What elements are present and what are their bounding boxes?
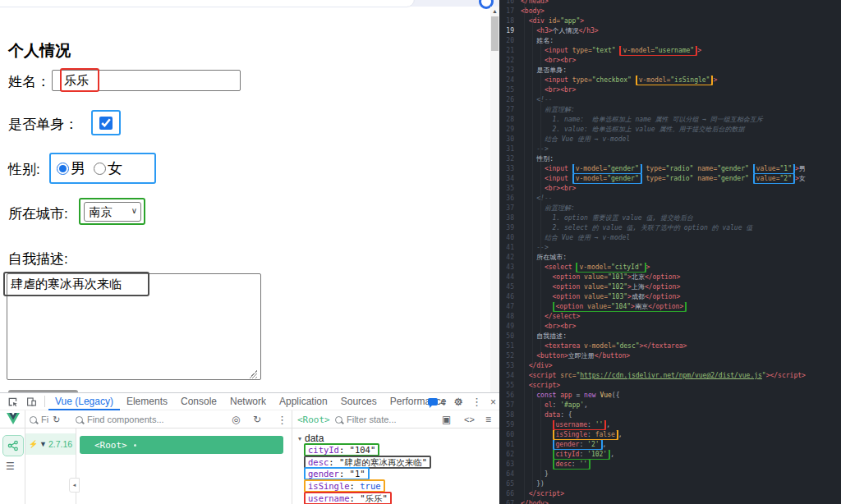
scrollbar-up-icon[interactable]: ▲ xyxy=(492,8,498,14)
state-entry[interactable]: desc: "肆虐的寒冰再次来临" xyxy=(304,456,431,469)
code-line[interactable]: 60 isSingle: false, xyxy=(499,430,841,440)
code-line[interactable]: 43 <select v-model="cityId"> xyxy=(499,263,841,273)
filter-state-input[interactable]: Filter state... xyxy=(335,410,397,428)
code-line[interactable]: 33 <input v-model="gender" type="radio" … xyxy=(499,164,841,174)
code-line[interactable]: 64 } xyxy=(499,470,841,479)
state-data-section[interactable]: ▾ data xyxy=(298,433,324,444)
screenshot-icon[interactable]: ▣ xyxy=(442,410,451,428)
code-line[interactable]: 51 <textarea v-model="desc"></textarea> xyxy=(499,341,841,351)
code-line[interactable]: 59 username: '', xyxy=(499,420,841,430)
code-line[interactable]: 66 </script> xyxy=(499,489,841,499)
inspect-dom-icon[interactable]: <> xyxy=(464,410,475,428)
code-line[interactable]: 26 <!-- xyxy=(499,95,841,105)
devtools-tab[interactable]: Sources xyxy=(334,393,384,410)
code-line[interactable]: 62 cityId: '102', xyxy=(499,450,841,460)
code-line[interactable]: 31 --> xyxy=(499,144,841,154)
devtools-tab[interactable]: Application xyxy=(273,393,334,410)
app-selector-row[interactable]: ⚡ ▼ 2.7.16 xyxy=(25,433,76,455)
code-line[interactable]: 54 <script src="https://cdn.jsdelivr.net… xyxy=(499,371,841,381)
code-line[interactable]: 20 姓名: xyxy=(499,36,841,46)
code-line[interactable]: 61 gender: '2', xyxy=(499,440,841,450)
omnibox-partial[interactable] xyxy=(0,0,415,7)
inspect-element-icon[interactable] xyxy=(6,395,19,408)
gender-female-label[interactable]: 女 xyxy=(108,158,122,178)
page-scrollbar[interactable]: ▲ xyxy=(490,7,499,392)
code-line[interactable]: 17<body> xyxy=(499,7,841,16)
code-line[interactable]: 47 <option value="104">南京</option> xyxy=(499,302,841,312)
devtools-tab[interactable]: Console xyxy=(174,393,223,410)
code-line[interactable]: 52 <button>立即注册</button> xyxy=(499,351,841,361)
code-line[interactable]: 46 <option value="103">成都</option> xyxy=(499,292,841,302)
app-search[interactable]: Fi ↻ xyxy=(30,410,60,428)
root-crumb[interactable]: <Root> xyxy=(297,415,330,425)
code-line[interactable]: 53 </div> xyxy=(499,361,841,371)
collapse-pane-icon[interactable]: ◂ xyxy=(69,478,80,493)
code-line[interactable]: 41 --> xyxy=(499,243,841,253)
code-line[interactable]: 24 <input type="checkbox" v-model="isSin… xyxy=(499,76,841,85)
component-tree-root[interactable]: <Root> xyxy=(80,436,283,454)
code-line[interactable]: 30 结合 Vue 使用 → v-model xyxy=(499,135,841,144)
issues-badge[interactable]: 4 xyxy=(428,397,445,407)
code-line[interactable]: 67</body> xyxy=(499,499,841,504)
code-line[interactable]: 34 <input v-model="gender" type="radio" … xyxy=(499,174,841,184)
city-select[interactable]: 南京 xyxy=(84,202,141,222)
code-line[interactable]: 23 是否单身: xyxy=(499,66,841,76)
code-line[interactable]: 27 前置理解: xyxy=(499,105,841,115)
annotation-box-code: v-model="isSingle" xyxy=(636,76,714,85)
dock-side-icon[interactable]: ≡ xyxy=(485,410,491,428)
scrollbar-thumb[interactable] xyxy=(491,16,499,51)
code-line[interactable]: 37 前置理解: xyxy=(499,204,841,213)
code-line[interactable]: 42 所在城市: xyxy=(499,253,841,263)
code-line[interactable]: 39 2. select 的 value 值, 关联了选中的 option 的 … xyxy=(499,223,841,233)
code-line[interactable]: 56 const app = new Vue({ xyxy=(499,391,841,401)
code-line[interactable]: 28 1. name: 给单选框加上 name 属性 可以分组 → 同一组互相会… xyxy=(499,115,841,125)
code-line[interactable]: 48 </select> xyxy=(499,312,841,322)
code-line[interactable]: 58 data: { xyxy=(499,410,841,420)
code-line[interactable]: 50 自我描述: xyxy=(499,332,841,341)
state-entry[interactable]: cityId: "104" xyxy=(304,444,431,456)
code-line[interactable]: 49 <br><br> xyxy=(499,322,841,332)
devtools-tab[interactable]: Network xyxy=(223,393,273,410)
code-editor-pane[interactable]: 16</head>17<body>18 <div id="app">19 <h3… xyxy=(499,0,841,504)
gender-male-label[interactable]: 男 xyxy=(71,158,85,178)
gender-radio-male[interactable] xyxy=(57,163,69,175)
code-line[interactable]: 57 el: '#app', xyxy=(499,401,841,410)
code-line[interactable]: 16</head> xyxy=(499,0,841,7)
code-line[interactable]: 25 <br><br> xyxy=(499,85,841,95)
state-entry[interactable]: gender: "1" xyxy=(304,468,431,480)
state-entry[interactable]: isSingle: true xyxy=(304,480,431,493)
tree-kebab-icon[interactable]: ⋮ xyxy=(277,410,287,428)
state-entry[interactable]: username: "乐乐" xyxy=(304,492,431,504)
kebab-menu-icon[interactable]: ⋮ xyxy=(471,396,482,407)
textarea-resize-handle[interactable] xyxy=(249,370,257,378)
code-line[interactable]: 55 <script> xyxy=(499,381,841,391)
code-line[interactable]: 36 <!-- xyxy=(499,194,841,204)
code-line[interactable]: 18 <div id="app"> xyxy=(499,16,841,26)
code-line[interactable]: 21 <input type="text" v-model="username"… xyxy=(499,46,841,56)
code-line[interactable]: 63 desc: '' xyxy=(499,460,841,470)
code-line[interactable]: 19 <h3>个人情况</h3> xyxy=(499,26,841,36)
code-line[interactable]: 35 <br><br> xyxy=(499,184,841,194)
code-line[interactable]: 22 <br><br> xyxy=(499,56,841,66)
devtools-tab[interactable]: Elements xyxy=(120,393,174,410)
timeline-tab-icon[interactable]: ☰ xyxy=(6,460,15,472)
code-line[interactable]: 65 }) xyxy=(499,479,841,489)
devtools-tab[interactable]: Vue (Legacy) xyxy=(48,393,120,410)
code-line[interactable]: 29 2. value: 给单选框加上 value 属性。用于提交给后台的数据 xyxy=(499,125,841,135)
refresh-icon[interactable]: ↻ xyxy=(253,410,261,428)
refresh-apps-icon[interactable]: ↻ xyxy=(53,415,60,424)
device-toolbar-icon[interactable] xyxy=(25,395,38,408)
code-line[interactable]: 44 <option value="101">北京</option> xyxy=(499,273,841,282)
components-tab-icon[interactable] xyxy=(2,435,24,456)
code-line[interactable]: 32 性别: xyxy=(499,154,841,164)
single-checkbox[interactable] xyxy=(99,117,113,130)
code-line[interactable]: 45 <option value="102">上海</option> xyxy=(499,282,841,292)
line-number: 36 xyxy=(499,194,521,204)
code-line[interactable]: 38 1. option 需要设置 value 值, 提交给后台 xyxy=(499,213,841,223)
select-component-icon[interactable]: ◎ xyxy=(232,410,240,428)
settings-gear-icon[interactable]: ⚙ xyxy=(453,396,463,407)
close-icon[interactable]: × xyxy=(490,397,496,407)
gender-radio-female[interactable] xyxy=(94,163,106,175)
find-components-input[interactable]: Find components... xyxy=(76,410,164,428)
code-line[interactable]: 40 结合 Vue 使用 → v-model xyxy=(499,233,841,243)
